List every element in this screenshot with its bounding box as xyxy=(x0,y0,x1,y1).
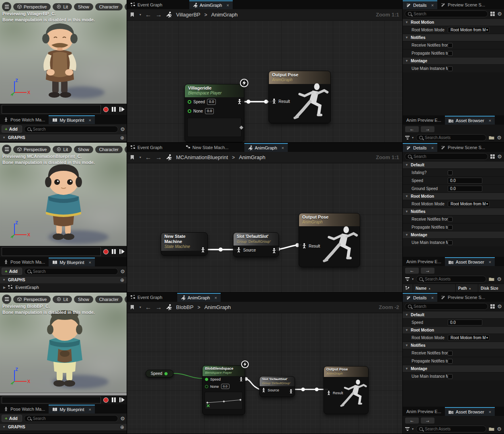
speed-value[interactable]: 0.0 xyxy=(207,99,216,105)
pose-input-pin-icon[interactable] xyxy=(236,247,241,253)
green-pin-icon[interactable] xyxy=(188,109,191,113)
tab-details[interactable]: Details × xyxy=(403,0,437,9)
folder-icon[interactable] xyxy=(489,277,494,281)
close-icon[interactable]: × xyxy=(89,118,91,123)
character-button[interactable]: Character xyxy=(95,3,123,10)
breadcrumb-root[interactable]: MCAnimationBlueprint xyxy=(176,154,228,160)
folder-icon[interactable] xyxy=(489,427,494,431)
viewport-menu-icon[interactable] xyxy=(2,2,11,11)
filter-icon[interactable] xyxy=(405,427,410,431)
pose-input-pin-icon[interactable] xyxy=(302,243,307,249)
section-root-motion[interactable]: ▼Root Motion xyxy=(403,192,504,200)
pose-input-pin-icon[interactable] xyxy=(327,391,331,395)
isfaling-checkbox[interactable] xyxy=(448,170,453,175)
column-path[interactable]: Path▲ xyxy=(456,284,478,292)
tab-new-state-machine[interactable]: New State Mach... xyxy=(182,143,232,152)
ground-speed-field[interactable]: 0.0 xyxy=(448,186,482,192)
step-forward-button[interactable] xyxy=(119,106,125,113)
bookmark-icon[interactable] xyxy=(130,305,135,310)
lit-button[interactable]: Lit xyxy=(53,146,72,153)
revision-control-column[interactable] xyxy=(403,284,413,292)
close-icon[interactable]: × xyxy=(431,145,434,150)
add-graph-icon[interactable]: ⊕ xyxy=(120,424,124,430)
output-pose-node[interactable]: Output Pose AnimGraph Result xyxy=(299,213,360,267)
tab-pose-watch[interactable]: Pose Watch Ma... xyxy=(0,258,49,266)
green-pin-icon[interactable] xyxy=(164,372,168,375)
display-filter-icon[interactable] xyxy=(490,304,495,309)
tab-pose-watch[interactable]: Pose Watch Ma... xyxy=(0,405,49,414)
pose-output-pin-icon[interactable] xyxy=(237,99,242,104)
display-filter-icon[interactable] xyxy=(490,154,495,159)
show-button[interactable]: Show xyxy=(74,296,93,303)
speed-field[interactable]: 0.0 xyxy=(448,178,482,184)
asset-search[interactable] xyxy=(416,426,486,432)
details-search[interactable] xyxy=(405,303,488,310)
pin-none[interactable]: None 0.0 xyxy=(203,383,245,390)
tab-animgraph[interactable]: AnimGraph × xyxy=(244,143,288,152)
green-pin-icon[interactable] xyxy=(205,378,208,381)
tab-details[interactable]: Details × xyxy=(403,143,437,152)
pin-speed[interactable]: Speed 0.0 xyxy=(185,97,244,106)
close-icon[interactable]: × xyxy=(489,118,491,123)
speed-variable-node[interactable]: Speed xyxy=(145,370,174,377)
tab-anim-preview-editor[interactable]: Anim Preview E... xyxy=(403,407,445,416)
close-icon[interactable]: × xyxy=(89,260,91,265)
show-button[interactable]: Show xyxy=(74,146,93,153)
timeline-track[interactable] xyxy=(2,247,101,256)
history-back-button[interactable]: ← xyxy=(405,126,419,132)
tab-asset-browser[interactable]: Asset Browser × xyxy=(445,116,495,125)
graphs-section-header[interactable]: ▼ GRAPHS ⊕ xyxy=(0,423,127,430)
expand-icon[interactable]: ▶ xyxy=(3,286,6,289)
speed-field[interactable]: 0.0 xyxy=(448,319,482,326)
collapse-icon[interactable]: ▼ xyxy=(2,136,6,139)
section-notifies[interactable]: ▼Notifies xyxy=(403,208,504,215)
character-button[interactable]: Character xyxy=(95,146,123,153)
search-input[interactable] xyxy=(33,416,115,421)
tab-asset-browser[interactable]: Asset Browser × xyxy=(445,407,495,416)
details-search-input[interactable] xyxy=(414,304,485,309)
close-icon[interactable]: × xyxy=(214,295,217,300)
section-root-motion[interactable]: ▼Root Motion xyxy=(403,18,504,26)
history-back-button[interactable]: ← xyxy=(405,418,419,424)
blendspace-node[interactable]: BlobBlendspace Blendspace Player Speed N… xyxy=(202,365,245,415)
blueprint-search[interactable] xyxy=(24,126,119,133)
tab-my-blueprint[interactable]: My Blueprint × xyxy=(49,405,95,414)
search-input[interactable] xyxy=(33,127,115,131)
asset-search-input[interactable] xyxy=(425,277,483,281)
pose-output-pin-icon[interactable] xyxy=(272,248,277,254)
column-disk-size[interactable]: Disk Size xyxy=(478,284,504,292)
output-pose-node[interactable]: Output Pose AnimGraph Result xyxy=(324,366,369,414)
breadcrumb-leaf[interactable]: AnimGraph xyxy=(211,12,238,18)
tab-details[interactable]: Details × xyxy=(403,293,437,302)
viewport-blob[interactable]: Perspective Lit Show Character LOD Auto … xyxy=(0,293,127,393)
asset-search-input[interactable] xyxy=(425,427,483,431)
tab-preview-scene[interactable]: Preview Scene S... xyxy=(437,293,489,302)
column-name[interactable]: Name▲ xyxy=(413,284,456,292)
anim-timeline[interactable] xyxy=(0,104,127,115)
nav-forward-icon[interactable]: → xyxy=(156,304,162,311)
tab-my-blueprint[interactable]: My Blueprint × xyxy=(49,115,95,124)
blendspace-cursor-icon[interactable]: ✕ xyxy=(206,403,210,408)
slot-node[interactable]: Slot 'DefaultSlot' Group 'DefaultGroup' … xyxy=(233,232,279,257)
lod-auto-button[interactable]: LOD Auto xyxy=(125,3,127,10)
settings-gear-icon[interactable]: ⚙ xyxy=(120,127,125,132)
lod-auto-button[interactable]: LOD Auto xyxy=(125,146,127,153)
close-icon[interactable]: × xyxy=(226,3,229,8)
bookmark-chevron-icon[interactable]: ▾ xyxy=(139,156,141,159)
state-machine-node[interactable]: New State Machine State Machine xyxy=(161,232,208,256)
close-icon[interactable]: × xyxy=(281,145,284,150)
root-motion-mode-dropdown[interactable]: Root Motion from Montages▾ xyxy=(448,335,490,341)
lit-button[interactable]: Lit xyxy=(53,296,72,303)
anim-scrub-bar[interactable] xyxy=(0,393,127,395)
propagate-notifies-checkbox[interactable] xyxy=(448,225,453,230)
blendspace-preview[interactable] xyxy=(187,118,242,137)
filter-icon[interactable] xyxy=(405,277,410,281)
use-main-instance-checkbox[interactable] xyxy=(448,66,453,71)
section-montage[interactable]: ▼Montage xyxy=(403,231,504,238)
section-notifies[interactable]: ▼Notifies xyxy=(403,342,504,349)
close-icon[interactable]: × xyxy=(431,3,434,8)
add-button[interactable]: +Add xyxy=(2,415,22,422)
blueprint-search[interactable] xyxy=(24,268,119,275)
slot-node[interactable]: Slot 'DefaultSlot' Group 'DefaultGroup' … xyxy=(259,376,295,397)
nav-forward-icon[interactable]: → xyxy=(156,154,162,161)
